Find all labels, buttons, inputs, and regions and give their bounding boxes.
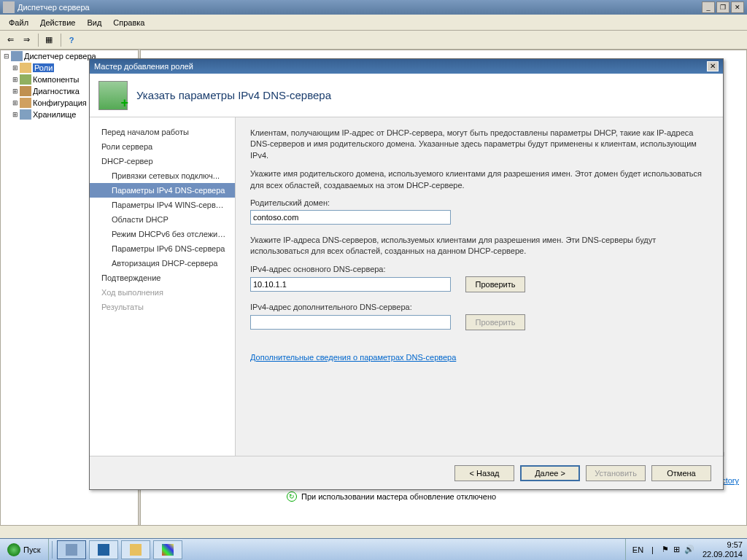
install-button: Установить xyxy=(586,465,646,481)
nav-progress: Ход выполнения xyxy=(90,285,235,300)
tray-sound-icon[interactable]: 🔊 xyxy=(684,545,694,554)
next-button[interactable]: Далее > xyxy=(520,465,580,481)
separator xyxy=(61,34,61,47)
domain-instruction: Укажите имя родительского домена, исполь… xyxy=(250,168,708,191)
taskbar: Пуск EN | ⚑ ⊞ 🔊 9:57 22.09.2014 xyxy=(0,538,747,560)
nav-confirmation[interactable]: Подтверждение xyxy=(90,271,235,285)
secondary-dns-input[interactable] xyxy=(250,315,451,330)
nav-dhcp-scopes[interactable]: Области DHCP xyxy=(90,212,235,227)
wizard-content: Клиентам, получающим IP-адрес от DHCP-се… xyxy=(236,117,723,456)
verify-primary-button[interactable]: Проверить xyxy=(465,276,525,292)
wizard-dialog: Мастер добавления ролей ✕ Указать параме… xyxy=(89,58,724,490)
nav-server-roles[interactable]: Роли сервера xyxy=(90,139,235,154)
menu-file[interactable]: Файл xyxy=(3,17,34,28)
window-icon xyxy=(162,544,174,556)
wizard-header-title: Указать параметры IPv4 DNS-сервера xyxy=(136,89,331,101)
task-explorer[interactable] xyxy=(121,540,150,559)
tree-label: Диагностика xyxy=(33,87,80,96)
clock-time: 9:57 xyxy=(703,540,743,549)
refresh-icon: ↻ xyxy=(287,491,297,502)
menu-help[interactable]: Справка xyxy=(107,17,150,28)
task-powershell[interactable] xyxy=(89,540,118,559)
separator xyxy=(52,541,53,559)
start-button[interactable]: Пуск xyxy=(0,539,49,561)
clock-date: 22.09.2014 xyxy=(703,550,743,559)
nav-dhcpv6[interactable]: Режим DHCPv6 без отслежив... xyxy=(90,227,235,241)
wizard-close-button[interactable]: ✕ xyxy=(707,61,719,71)
tree-label: Компоненты xyxy=(33,75,79,84)
expand-icon[interactable]: ⊟ xyxy=(2,52,11,60)
menubar: Файл Действие Вид Справка xyxy=(0,15,747,31)
config-icon xyxy=(20,98,31,108)
back-button[interactable]: ⇐ xyxy=(3,33,18,47)
cancel-button[interactable]: Отмена xyxy=(651,465,711,481)
diagnostics-icon xyxy=(20,86,31,96)
primary-dns-input[interactable] xyxy=(250,277,451,292)
main-titlebar: Диспетчер сервера _ ❐ ✕ xyxy=(0,0,747,15)
expand-icon[interactable]: ⊞ xyxy=(11,64,20,71)
intro-text: Клиентам, получающим IP-адрес от DHCP-се… xyxy=(250,128,708,161)
nav-ipv6-dns[interactable]: Параметры IPv6 DNS-сервера xyxy=(90,241,235,256)
expand-icon[interactable]: ⊞ xyxy=(11,76,20,83)
menu-action[interactable]: Действие xyxy=(34,17,81,28)
toolbar: ⇐ ⇒ ▦ ? xyxy=(0,31,747,50)
clock[interactable]: 9:57 22.09.2014 xyxy=(703,540,743,558)
properties-button[interactable]: ▦ xyxy=(42,33,56,47)
more-info-link[interactable]: Дополнительные сведения о параметрах DNS… xyxy=(250,353,456,362)
tree-label: Конфигурация xyxy=(33,98,87,107)
wizard-body: Перед началом работы Роли сервера DHCP-с… xyxy=(90,117,723,456)
system-tray: EN | ⚑ ⊞ 🔊 9:57 22.09.2014 xyxy=(625,539,747,560)
nav-ipv4-dns[interactable]: Параметры IPv4 DNS-сервера xyxy=(90,183,235,198)
close-button[interactable]: ✕ xyxy=(731,1,744,13)
domain-input[interactable] xyxy=(250,210,451,225)
back-button[interactable]: < Назад xyxy=(454,465,514,481)
tray-network-icon[interactable]: ⊞ xyxy=(673,545,680,554)
primary-dns-label: IPv4-адрес основного DNS-сервера: xyxy=(250,265,708,273)
task-other[interactable] xyxy=(153,540,182,559)
nav-dhcp-auth[interactable]: Авторизация DHCP-сервера xyxy=(90,256,235,271)
wizard-header-icon xyxy=(98,81,128,110)
nav-results: Результаты xyxy=(90,300,235,314)
refresh-row: ↻ При использовании мастера обновление о… xyxy=(287,489,739,505)
wizard-nav: Перед началом работы Роли сервера DHCP-с… xyxy=(90,117,236,456)
dns-instruction: Укажите IP-адреса DNS-серверов, использу… xyxy=(250,235,708,257)
tray-separator: | xyxy=(651,545,654,554)
storage-icon xyxy=(20,109,31,120)
maximize-button[interactable]: ❐ xyxy=(716,1,729,13)
minimize-button[interactable]: _ xyxy=(702,1,715,13)
nav-dhcp-server[interactable]: DHCP-сервер xyxy=(90,154,235,168)
explorer-icon xyxy=(130,544,142,556)
wizard-titlebar[interactable]: Мастер добавления ролей ✕ xyxy=(90,59,723,74)
forward-button[interactable]: ⇒ xyxy=(19,33,34,47)
nav-before-begin[interactable]: Перед началом работы xyxy=(90,125,235,139)
expand-icon[interactable]: ⊞ xyxy=(11,111,20,118)
server-icon xyxy=(11,51,23,61)
nav-bindings[interactable]: Привязки сетевых подключ... xyxy=(90,168,235,183)
secondary-dns-label: IPv4-адрес дополнительного DNS-сервера: xyxy=(250,303,708,311)
separator xyxy=(38,34,39,47)
features-icon xyxy=(20,74,31,85)
wizard-buttons: < Назад Далее > Установить Отмена xyxy=(90,456,723,489)
task-server-manager[interactable] xyxy=(57,540,86,559)
statusbar xyxy=(0,525,747,538)
roles-icon xyxy=(20,63,31,73)
expand-icon[interactable]: ⊞ xyxy=(11,99,20,106)
app-icon xyxy=(3,1,15,13)
start-label: Пуск xyxy=(23,545,41,554)
domain-label: Родительский домен: xyxy=(250,198,708,207)
window-title: Диспетчер сервера xyxy=(18,3,90,12)
tree-label: Хранилище xyxy=(33,110,76,119)
tray-flag-icon[interactable]: ⚑ xyxy=(662,545,669,554)
tree-label: Роли xyxy=(33,63,54,72)
menu-view[interactable]: Вид xyxy=(81,17,107,28)
expand-icon[interactable]: ⊞ xyxy=(11,88,20,95)
tree-root-label: Диспетчер сервера xyxy=(24,52,96,61)
help-button[interactable]: ? xyxy=(64,33,79,47)
server-manager-icon xyxy=(66,544,77,556)
lang-indicator[interactable]: EN xyxy=(632,545,643,554)
nav-ipv4-wins[interactable]: Параметры IPv4 WINS-сервера xyxy=(90,198,235,212)
wizard-title-text: Мастер добавления ролей xyxy=(94,62,193,71)
refresh-label: При использовании мастера обновление отк… xyxy=(301,492,496,501)
verify-secondary-button: Проверить xyxy=(465,314,525,330)
wizard-header: Указать параметры IPv4 DNS-сервера xyxy=(90,74,723,117)
